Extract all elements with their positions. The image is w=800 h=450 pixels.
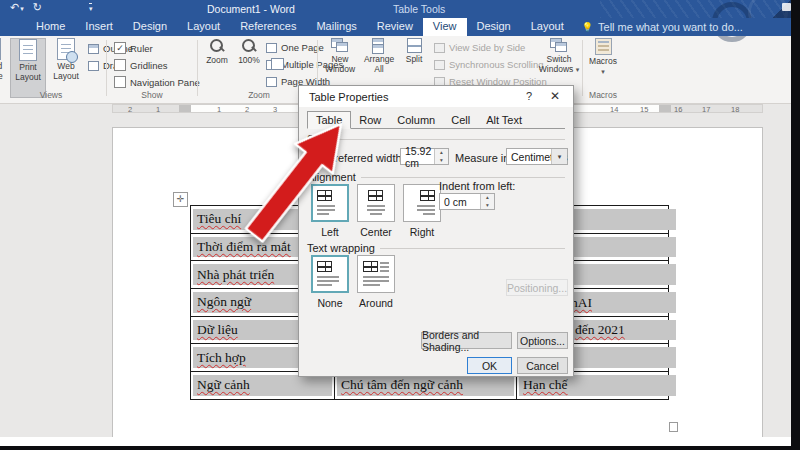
zoom-100-icon	[241, 38, 257, 54]
document-text-fragment[interactable]: nAI	[571, 295, 592, 311]
print-layout-button[interactable]: Print Layout	[10, 38, 46, 98]
ruler-number: 16	[674, 105, 682, 114]
preferred-width-spinner[interactable]: ▴ ▾	[434, 149, 448, 164]
ruler-number: 2	[128, 105, 132, 114]
align-center-option[interactable]	[357, 184, 395, 222]
left-margin-marker[interactable]	[179, 105, 191, 112]
dropdown-arrow-icon[interactable]: ▾	[551, 149, 567, 164]
zoom-100-button[interactable]: 100%	[234, 38, 264, 98]
right-black-band	[791, 0, 800, 450]
word-window: ↶▾ ↻ ▾ Document1 - Word Table Tools Home…	[0, 0, 800, 450]
tab-design[interactable]: Design	[123, 18, 177, 36]
dialog-tab-cell[interactable]: Cell	[443, 112, 478, 128]
titlebar-corner-icon	[782, 3, 791, 11]
align-left-icon	[317, 190, 343, 216]
ribbon-tab-row: Home Insert Design Layout References Mai…	[0, 18, 791, 36]
options-button[interactable]: Options...	[517, 332, 568, 349]
macros-button[interactable]: Macros▾	[586, 38, 620, 98]
dialog-tab-row[interactable]: Row	[351, 112, 389, 128]
dialog-help-button[interactable]: ?	[521, 89, 537, 104]
spinner-up-icon[interactable]: ▴	[481, 194, 494, 202]
align-center-icon	[363, 190, 389, 216]
page-width-icon	[266, 77, 277, 87]
tab-tabletools-layout[interactable]: Layout	[521, 18, 574, 36]
document-text-fragment[interactable]: đến 2021	[575, 322, 625, 338]
macros-icon	[595, 38, 612, 55]
size-section-label: Size	[307, 133, 565, 145]
ruler-checkbox[interactable]: ✓ Ruler	[114, 42, 153, 54]
tab-view[interactable]: View	[423, 18, 467, 36]
indent-from-left-input[interactable]: 0 cm ▴ ▾	[439, 193, 495, 210]
alignment-section-label: Alignment	[307, 171, 565, 183]
measure-in-dropdown[interactable]: Centimeters ▾	[506, 148, 568, 165]
wrap-around-icon	[363, 261, 389, 287]
wrap-none-icon	[317, 261, 343, 287]
views-group-label: Views	[6, 90, 96, 100]
indent-spinner[interactable]: ▴ ▾	[480, 194, 494, 209]
bottom-black-band	[0, 446, 800, 450]
tab-insert[interactable]: Insert	[75, 18, 123, 36]
dropdown-caret-icon: ▾	[576, 66, 580, 73]
cancel-button[interactable]: Cancel	[517, 357, 568, 374]
one-page-button[interactable]: One Page	[266, 42, 324, 53]
navigation-pane-checkbox[interactable]: Navigation Pane	[114, 76, 200, 88]
align-center-label: Center	[353, 226, 399, 238]
align-left-option[interactable]	[311, 184, 349, 222]
preferred-width-checkbox[interactable]: ✓	[311, 151, 323, 163]
wrap-none-option[interactable]	[311, 255, 349, 293]
lightbulb-icon: 💡	[582, 22, 593, 32]
ok-button[interactable]: OK	[467, 357, 512, 374]
outline-icon	[88, 44, 99, 54]
dialog-close-icon[interactable]: ✕	[547, 89, 563, 104]
show-group-label: Show	[110, 90, 194, 100]
multiple-pages-icon	[266, 60, 277, 70]
view-side-by-side-button[interactable]: View Side by Side	[434, 42, 525, 53]
dialog-tab-column[interactable]: Column	[389, 112, 443, 128]
dialog-tab-alt-text[interactable]: Alt Text	[478, 112, 530, 128]
preferred-width-input[interactable]: 15.92 cm ▴ ▾	[400, 148, 449, 165]
tell-me-box[interactable]: 💡 Tell me what you want to do...	[582, 18, 743, 36]
text-wrapping-section-label: Text wrapping	[307, 242, 565, 254]
undo-icon[interactable]: ↶▾	[10, 1, 24, 14]
wrap-around-label: Around	[353, 297, 399, 309]
spinner-down-icon[interactable]: ▾	[481, 202, 494, 210]
tab-home[interactable]: Home	[26, 18, 75, 36]
align-right-label: Right	[399, 226, 445, 238]
tab-review[interactable]: Review	[367, 18, 423, 36]
ruler-number: 3	[273, 105, 277, 114]
tab-layout[interactable]: Layout	[177, 18, 230, 36]
right-margin-marker[interactable]	[659, 105, 671, 112]
read-mode-icon	[0, 38, 1, 60]
synchronous-scrolling-button[interactable]: Synchronous Scrolling	[434, 59, 544, 70]
align-left-label: Left	[307, 226, 353, 238]
table-resize-handle[interactable]	[669, 422, 678, 432]
web-layout-button[interactable]: Web Layout	[48, 38, 84, 98]
checkbox-check-icon: ✓	[313, 153, 321, 162]
table-move-handle[interactable]: ✛	[173, 192, 188, 207]
ruler-number: 1	[217, 105, 221, 114]
align-right-option[interactable]	[403, 184, 441, 222]
redo-icon[interactable]: ↻	[33, 1, 42, 14]
tab-mailings[interactable]: Mailings	[306, 18, 366, 36]
zoom-button[interactable]: Zoom	[202, 38, 232, 98]
checkbox-checked-icon: ✓	[114, 42, 126, 54]
tell-me-text: Tell me what you want to do...	[598, 21, 743, 33]
indent-from-left-label: Indent from left:	[439, 180, 515, 192]
borders-and-shading-button[interactable]: Borders and Shading...	[421, 332, 512, 349]
spinner-up-icon[interactable]: ▴	[435, 149, 448, 157]
positioning-button[interactable]: Positioning...	[506, 279, 568, 296]
ruler-number: 15	[640, 105, 648, 114]
customize-qat-icon[interactable]: ▾	[89, 3, 93, 13]
spinner-down-icon[interactable]: ▾	[435, 157, 448, 165]
dialog-title: Table Properties	[309, 91, 389, 103]
print-layout-icon	[19, 39, 37, 61]
measure-in-label: Measure in:	[455, 152, 512, 164]
gridlines-checkbox[interactable]: Gridlines	[114, 59, 168, 71]
ruler-number: 14	[610, 105, 618, 114]
tab-references[interactable]: References	[230, 18, 306, 36]
ruler-number: 17	[702, 105, 710, 114]
table-properties-dialog: Table Properties ? ✕ Table Row Column Ce…	[298, 85, 574, 377]
wrap-around-option[interactable]	[357, 255, 395, 293]
tab-tabletools-design[interactable]: Design	[467, 18, 521, 36]
dialog-tab-table[interactable]: Table	[307, 111, 351, 129]
